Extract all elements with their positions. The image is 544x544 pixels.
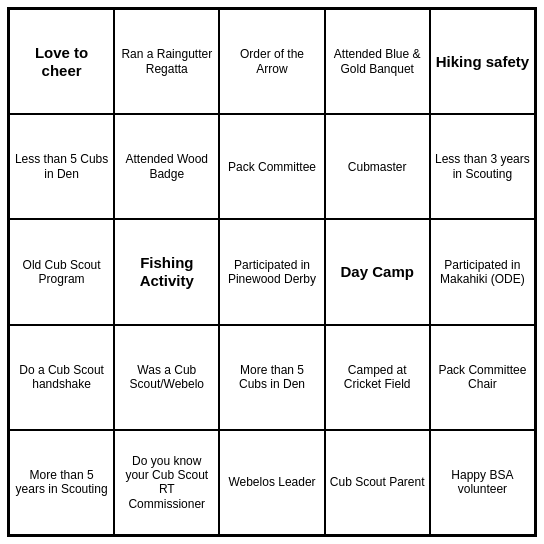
bingo-cell-r2c4: Participated in Makahiki (ODE) [430,219,535,324]
bingo-cell-r0c2: Order of the Arrow [219,9,324,114]
bingo-board: Love to cheerRan a Raingutter RegattaOrd… [7,7,537,537]
bingo-cell-r2c0: Old Cub Scout Program [9,219,114,324]
bingo-cell-r3c4: Pack Committee Chair [430,325,535,430]
bingo-cell-r3c0: Do a Cub Scout handshake [9,325,114,430]
bingo-cell-r2c1: Fishing Activity [114,219,219,324]
bingo-cell-r1c0: Less than 5 Cubs in Den [9,114,114,219]
bingo-cell-r1c2: Pack Committee [219,114,324,219]
bingo-cell-r0c0: Love to cheer [9,9,114,114]
bingo-cell-r3c3: Camped at Cricket Field [325,325,430,430]
bingo-cell-r4c1: Do you know your Cub Scout RT Commission… [114,430,219,535]
bingo-cell-r3c2: More than 5 Cubs in Den [219,325,324,430]
bingo-cell-r1c3: Cubmaster [325,114,430,219]
bingo-cell-r2c2: Participated in Pinewood Derby [219,219,324,324]
bingo-cell-r4c4: Happy BSA volunteer [430,430,535,535]
bingo-cell-r1c1: Attended Wood Badge [114,114,219,219]
bingo-cell-r0c4: Hiking safety [430,9,535,114]
bingo-cell-r4c2: Webelos Leader [219,430,324,535]
bingo-cell-r0c1: Ran a Raingutter Regatta [114,9,219,114]
bingo-cell-r2c3: Day Camp [325,219,430,324]
bingo-cell-r3c1: Was a Cub Scout/Webelo [114,325,219,430]
bingo-cell-r1c4: Less than 3 years in Scouting [430,114,535,219]
bingo-cell-r4c0: More than 5 years in Scouting [9,430,114,535]
bingo-cell-r0c3: Attended Blue & Gold Banquet [325,9,430,114]
bingo-cell-r4c3: Cub Scout Parent [325,430,430,535]
